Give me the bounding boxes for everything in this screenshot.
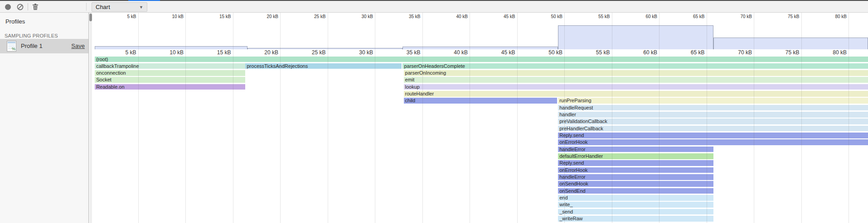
ruler-bottom-tick-label: 60 kB bbox=[626, 49, 657, 56]
record-icon bbox=[5, 4, 11, 10]
ruler-top-tick-label: 15 kB bbox=[199, 14, 231, 19]
sidebar-title: Profiles bbox=[5, 18, 25, 25]
ruler-top-tick-label: 80 kB bbox=[815, 14, 847, 19]
ruler-bottom-tick-label: 55 kB bbox=[578, 49, 610, 56]
flame-bar[interactable]: child bbox=[404, 98, 558, 104]
gridline bbox=[612, 13, 612, 223]
ruler-top-tick-label: 10 kB bbox=[152, 14, 184, 19]
sidebar-item-profile-1[interactable]: % Profile 1 Save bbox=[0, 39, 88, 53]
gridline bbox=[849, 13, 849, 223]
flame-bar[interactable]: handleError bbox=[558, 147, 713, 152]
view-mode-value: Chart bbox=[96, 4, 110, 10]
flame-bar[interactable]: runPreParsing bbox=[558, 98, 868, 104]
chevron-down-icon: ▼ bbox=[139, 5, 143, 9]
record-button[interactable] bbox=[4, 1, 12, 13]
gridline bbox=[801, 13, 802, 223]
overview-step[interactable] bbox=[402, 47, 558, 49]
profile-icon: % bbox=[7, 41, 16, 52]
ruler-bottom-tick-label: 15 kB bbox=[199, 49, 231, 56]
gridline bbox=[564, 13, 565, 223]
view-mode-select[interactable]: Chart ▼ bbox=[92, 2, 147, 12]
ruler-bottom-tick-label: 25 kB bbox=[294, 49, 326, 56]
ruler-bottom-tick-label: 10 kB bbox=[152, 49, 184, 56]
overview-step[interactable] bbox=[95, 46, 247, 49]
flame-bar[interactable]: handler bbox=[558, 112, 868, 118]
profiler-toolbar: Chart ▼ bbox=[0, 1, 868, 13]
ruler-top-tick-label: 25 kB bbox=[294, 14, 326, 19]
ruler-bottom-tick-label: 35 kB bbox=[389, 49, 421, 56]
devtools-memory-panel: Chart ▼ Profiles SAMPLING PROFILES % Pro… bbox=[0, 0, 868, 223]
gridline bbox=[138, 13, 139, 223]
flame-bar[interactable]: processTicksAndRejections bbox=[245, 63, 402, 69]
flame-bar[interactable]: Reply.send bbox=[558, 133, 868, 138]
ruler-bottom-tick-label: 75 kB bbox=[768, 49, 800, 56]
gridline bbox=[280, 13, 281, 223]
flame-bar[interactable]: onSendHook bbox=[558, 181, 713, 187]
flame-bar[interactable]: onSendEnd bbox=[558, 188, 713, 194]
flame-bar[interactable]: defaultErrorHandler bbox=[558, 153, 713, 159]
ruler-bottom-tick-label: 20 kB bbox=[247, 49, 278, 56]
toolbar-divider bbox=[86, 3, 87, 11]
ruler-top-tick-label: 30 kB bbox=[341, 14, 373, 19]
ruler-top-tick-label: 65 kB bbox=[673, 14, 705, 19]
flame-bar[interactable]: onconnection bbox=[95, 70, 245, 76]
ruler-bottom-tick-label: 70 kB bbox=[720, 49, 752, 56]
save-profile-link[interactable]: Save bbox=[71, 43, 85, 49]
flame-bar[interactable]: Readable.on bbox=[95, 84, 245, 90]
gridline bbox=[707, 13, 707, 223]
ruler-top-tick-label: 60 kB bbox=[626, 14, 657, 19]
vertical-scrollbar-track[interactable] bbox=[89, 13, 92, 223]
flame-bar[interactable]: onErrorHook bbox=[558, 139, 868, 145]
ruler-bottom-tick-label: 5 kB bbox=[105, 49, 136, 56]
flame-bar[interactable]: write_ bbox=[558, 202, 713, 208]
flame-bar[interactable]: onErrorHook bbox=[558, 167, 713, 173]
flame-bar[interactable]: _writeRaw bbox=[558, 216, 713, 222]
gridline bbox=[754, 13, 754, 223]
ruler-bottom-tick-label: 65 kB bbox=[673, 49, 705, 56]
ruler-bottom-tick-label: 40 kB bbox=[436, 49, 468, 56]
delete-profile-button[interactable] bbox=[31, 1, 40, 13]
trash-icon bbox=[32, 3, 39, 10]
profiles-sidebar: Profiles SAMPLING PROFILES % Profile 1 S… bbox=[0, 13, 89, 223]
flame-bar[interactable]: emit bbox=[404, 77, 868, 83]
overview-step[interactable] bbox=[558, 25, 713, 49]
flame-bar[interactable]: handleRequest bbox=[558, 105, 868, 111]
ruler-bottom-tick-label: 50 kB bbox=[531, 49, 563, 56]
gridline bbox=[328, 13, 328, 223]
profile-name: Profile 1 bbox=[21, 43, 43, 49]
gridline bbox=[375, 13, 375, 223]
gridline bbox=[422, 13, 423, 223]
ruler-top-tick-label: 55 kB bbox=[578, 14, 610, 19]
ruler-bottom-tick-label: 30 kB bbox=[341, 49, 373, 56]
flame-bar[interactable]: end bbox=[558, 195, 713, 201]
flame-bar[interactable]: _send bbox=[558, 209, 713, 215]
flame-bar[interactable]: routeHandler bbox=[404, 91, 868, 97]
gridline bbox=[659, 13, 659, 223]
flame-bar[interactable]: Socket bbox=[95, 77, 245, 83]
gridline bbox=[470, 13, 470, 223]
ruler-top-tick-label: 75 kB bbox=[768, 14, 800, 19]
ruler-top-tick-label: 50 kB bbox=[531, 14, 563, 19]
flame-bar[interactable]: callbackTrampoline bbox=[95, 63, 245, 69]
gridline bbox=[233, 13, 233, 223]
ruler-top-tick-label: 20 kB bbox=[247, 14, 278, 19]
ruler-top-tick-label: 45 kB bbox=[484, 14, 515, 19]
flame-bar[interactable]: preValidationCallback bbox=[558, 119, 868, 124]
flame-bar[interactable]: Reply.send bbox=[558, 160, 713, 166]
ruler-top-tick-label: 5 kB bbox=[105, 14, 136, 19]
flame-bar[interactable]: parserOnHeadersComplete bbox=[402, 63, 868, 69]
flame-bar[interactable]: (root) bbox=[95, 57, 868, 62]
overview-step[interactable] bbox=[713, 38, 868, 49]
gridline bbox=[185, 13, 186, 223]
ruler-bottom-tick-label: 80 kB bbox=[815, 49, 847, 56]
sampling-profiles-header: SAMPLING PROFILES bbox=[5, 33, 58, 38]
clear-button[interactable] bbox=[15, 1, 24, 13]
ruler-top-tick-label: 35 kB bbox=[389, 14, 421, 19]
flame-bar[interactable]: handleError bbox=[558, 174, 713, 180]
vertical-scrollbar-thumb[interactable] bbox=[89, 14, 92, 21]
flame-bar[interactable]: lookup bbox=[404, 84, 868, 90]
flame-bar[interactable]: parserOnIncoming bbox=[404, 70, 868, 76]
ruler-top-tick-label: 70 kB bbox=[720, 14, 752, 19]
flame-bar[interactable]: preHandlerCallback bbox=[558, 126, 868, 132]
clear-icon bbox=[17, 4, 24, 10]
